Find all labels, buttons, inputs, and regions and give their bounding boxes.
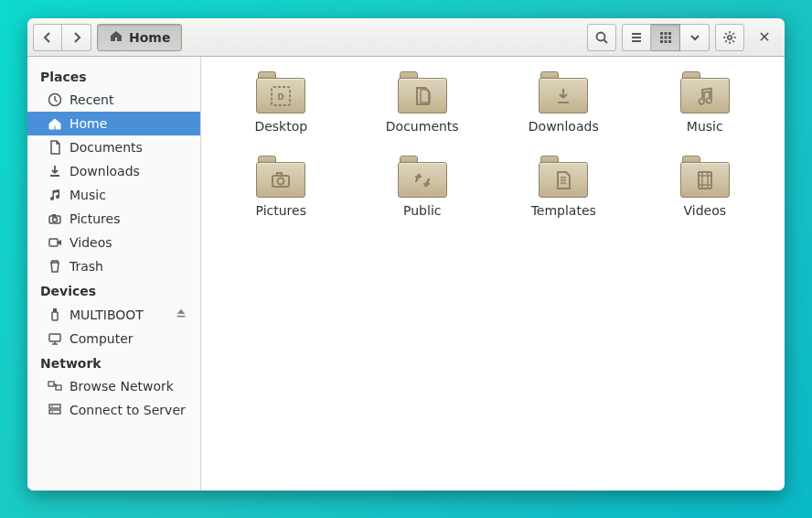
document-icon bbox=[48, 140, 62, 155]
content-pane: DesktopDocumentsDownloadsMusicPicturesPu… bbox=[201, 57, 785, 491]
sidebar-item-home[interactable]: Home bbox=[27, 112, 200, 135]
camera-icon bbox=[48, 211, 62, 226]
search-button[interactable] bbox=[587, 24, 616, 51]
sidebar-item-videos[interactable]: Videos bbox=[27, 231, 200, 254]
window-body: PlacesRecentHomeDocumentsDownloadsMusicP… bbox=[27, 57, 785, 491]
folder-icon bbox=[680, 156, 730, 198]
folder-grid: DesktopDocumentsDownloadsMusicPicturesPu… bbox=[219, 71, 766, 218]
download-icon bbox=[48, 164, 62, 178]
folder-label: Public bbox=[403, 203, 441, 218]
folder-documents[interactable]: Documents bbox=[361, 71, 485, 134]
music-icon bbox=[48, 188, 62, 202]
folder-music[interactable]: Music bbox=[644, 71, 767, 134]
titlebar: Home ✕ bbox=[27, 18, 785, 57]
settings-button[interactable] bbox=[715, 24, 744, 51]
folder-pictures[interactable]: Pictures bbox=[219, 156, 343, 218]
close-icon: ✕ bbox=[758, 28, 770, 46]
folder-icon bbox=[256, 71, 305, 113]
sidebar-item-downloads[interactable]: Downloads bbox=[27, 159, 200, 183]
folder-downloads[interactable]: Downloads bbox=[502, 71, 625, 134]
folder-icon bbox=[539, 71, 588, 113]
folder-label: Desktop bbox=[254, 119, 307, 134]
folder-icon bbox=[398, 156, 447, 198]
sidebar-item-documents[interactable]: Documents bbox=[27, 135, 200, 159]
sidebar-item-label: Computer bbox=[69, 331, 134, 346]
sidebar-item-pictures[interactable]: Pictures bbox=[27, 207, 200, 231]
view-switcher bbox=[622, 24, 710, 51]
sidebar-item-label: Trash bbox=[69, 259, 103, 274]
folder-icon bbox=[539, 156, 588, 198]
trash-icon bbox=[48, 259, 62, 274]
sidebar-heading-places: Places bbox=[27, 64, 200, 88]
computer-icon bbox=[48, 331, 62, 346]
chevron-down-icon bbox=[688, 30, 702, 45]
sidebar-item-label: Recent bbox=[69, 92, 113, 107]
folder-public[interactable]: Public bbox=[361, 156, 485, 218]
list-icon bbox=[629, 30, 644, 45]
grid-icon bbox=[658, 30, 673, 45]
view-grid-button[interactable] bbox=[651, 24, 680, 51]
forward-button[interactable] bbox=[62, 24, 91, 51]
search-icon bbox=[594, 30, 609, 45]
folder-label: Music bbox=[687, 119, 723, 134]
path-button-home[interactable]: Home bbox=[97, 24, 182, 51]
sidebar-item-label: Pictures bbox=[69, 211, 120, 226]
sidebar-item-trash[interactable]: Trash bbox=[27, 254, 200, 278]
sidebar-item-label: Connect to Server bbox=[69, 403, 186, 417]
gear-icon bbox=[722, 30, 737, 45]
view-list-button[interactable] bbox=[622, 24, 651, 51]
network-icon bbox=[48, 379, 62, 394]
close-button[interactable]: ✕ bbox=[750, 24, 779, 51]
folder-templates[interactable]: Templates bbox=[502, 156, 625, 218]
sidebar-item-label: Music bbox=[69, 188, 106, 202]
usb-icon bbox=[48, 308, 62, 322]
folder-icon bbox=[680, 71, 730, 113]
eject-button[interactable] bbox=[175, 307, 187, 322]
folder-icon bbox=[256, 156, 305, 198]
folder-label: Pictures bbox=[256, 203, 306, 218]
sidebar-heading-devices: Devices bbox=[27, 278, 200, 302]
sidebar: PlacesRecentHomeDocumentsDownloadsMusicP… bbox=[27, 57, 201, 491]
sidebar-item-music[interactable]: Music bbox=[27, 183, 200, 207]
sidebar-item-recent[interactable]: Recent bbox=[27, 88, 200, 112]
folder-label: Documents bbox=[386, 119, 459, 134]
sidebar-item-label: MULTIBOOT bbox=[69, 308, 144, 322]
sidebar-item-browse-network[interactable]: Browse Network bbox=[27, 374, 200, 398]
back-button[interactable] bbox=[33, 24, 62, 51]
sidebar-heading-network: Network bbox=[27, 351, 200, 374]
sidebar-item-label: Browse Network bbox=[69, 379, 174, 394]
sidebar-item-multiboot[interactable]: MULTIBOOT bbox=[27, 302, 200, 327]
folder-label: Downloads bbox=[529, 119, 599, 134]
nav-buttons bbox=[33, 24, 91, 51]
folder-label: Templates bbox=[531, 203, 596, 218]
video-icon bbox=[48, 235, 62, 250]
folder-videos[interactable]: Videos bbox=[644, 156, 767, 218]
folder-desktop[interactable]: Desktop bbox=[219, 71, 343, 134]
sidebar-item-label: Documents bbox=[69, 140, 143, 155]
view-options-button[interactable] bbox=[680, 24, 710, 51]
folder-label: Videos bbox=[683, 203, 726, 218]
folder-icon bbox=[398, 71, 447, 113]
server-icon bbox=[48, 403, 62, 417]
home-icon bbox=[48, 116, 62, 131]
sidebar-item-label: Videos bbox=[69, 235, 112, 250]
sidebar-item-label: Downloads bbox=[69, 164, 140, 178]
path-label: Home bbox=[129, 30, 170, 45]
sidebar-item-label: Home bbox=[69, 116, 107, 131]
sidebar-item-computer[interactable]: Computer bbox=[27, 327, 200, 351]
home-icon bbox=[109, 28, 123, 46]
sidebar-item-connect-server[interactable]: Connect to Server bbox=[27, 398, 200, 422]
file-manager-window: Home ✕ PlacesRecentHomeDocumentsDownload… bbox=[27, 18, 785, 491]
clock-icon bbox=[48, 92, 62, 107]
